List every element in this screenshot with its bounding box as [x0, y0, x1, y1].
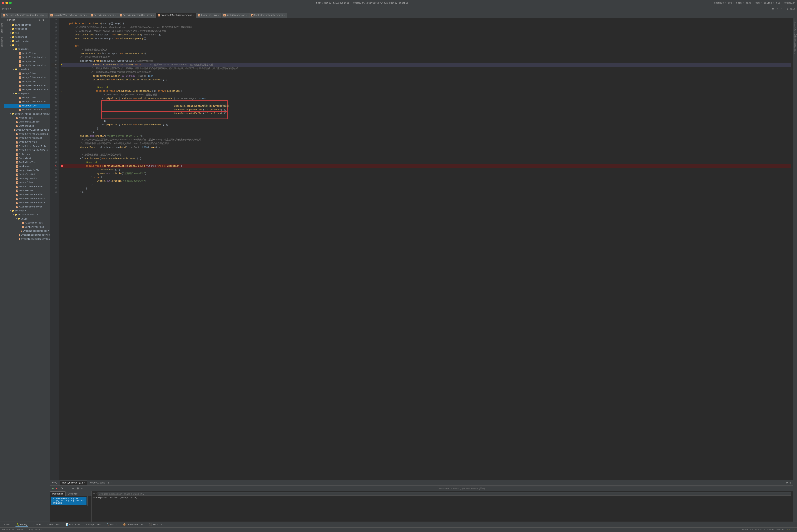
tree-file-nettyclient-1[interactable]: J NettyClient	[4, 52, 50, 55]
tree-file-nettyserverhandler-3[interactable]: J NettyServerHandler	[4, 84, 50, 88]
code-lines[interactable]: public static void main(String[] args) {…	[59, 18, 793, 480]
tree-file-nettyserver-4[interactable]: J NettyServer	[4, 104, 50, 108]
run-to-cursor-btn[interactable]: ⇥	[71, 487, 75, 490]
tab-example7-nettyserver[interactable]: J example7/NettyServer.java ×	[49, 13, 89, 18]
tab-nettyclienthandler[interactable]: J NettyClientHandler.java ×	[118, 13, 155, 18]
nav-todo[interactable]: ☑ TODO	[32, 523, 42, 526]
tab-nettyclient[interactable]: J NettyClient.java ×	[89, 13, 118, 18]
nav-dependencies[interactable]: 📦 Dependencies	[122, 523, 145, 526]
tree-folder-utils[interactable]: ▼ 📁 utils	[4, 217, 50, 221]
tree-folder-example1[interactable]: ▼ 📁 example1	[4, 47, 50, 51]
sidebar-collapse-btn[interactable]: ⇅	[42, 19, 44, 21]
debug-tab-nettyserver[interactable]: NettyServer (1) ×	[60, 480, 87, 485]
tab-close-icon[interactable]: ×	[86, 14, 87, 17]
nav-terminal[interactable]: ⬛ Terminal	[148, 523, 165, 526]
debug-tab-close2[interactable]: ×	[111, 482, 112, 484]
tree-file-nettyclienthandler-1[interactable]: J NettyClientHandler	[4, 55, 50, 59]
database-icon-btn[interactable]: Database	[794, 19, 797, 22]
tree-file-nettyserverhandler3-lf[interactable]: J NettyServerHandler3	[4, 201, 50, 205]
tree-file-nettyclienthandler-4[interactable]: J NettyClientHandler	[4, 100, 50, 104]
debug-tab-nettyclient[interactable]: NettyClient (1) ×	[88, 480, 115, 485]
more-debug-btn[interactable]: ⋯	[80, 487, 85, 490]
tree-file-bytebufferchannelread[interactable]: J ByteBufferChannelRead	[4, 132, 50, 136]
debug-tab-close[interactable]: ×	[84, 482, 85, 484]
step-out-btn[interactable]: ↑	[68, 487, 71, 490]
tree-file-byte2integerdecoder[interactable]: J Byte2IntegerDecoder	[4, 229, 50, 233]
sidebar-more-btn[interactable]: ⋯	[45, 19, 48, 21]
debug-thread-item[interactable]: ▶ nioEventLoopGroup-3-1"@1,748 in group …	[51, 497, 87, 505]
nav-endpoints[interactable]: ⊕ Endpoints	[85, 523, 102, 526]
resume-btn[interactable]: ▶	[51, 487, 55, 490]
watch-expression-input[interactable]	[437, 487, 791, 490]
tab-console[interactable]: Console	[66, 491, 80, 496]
tree-folder-reconnect[interactable]: ▶ 📁 reconnect	[4, 35, 50, 39]
tree-file-bytebuffercompact[interactable]: J ByteBufferCompact	[4, 136, 50, 140]
tab-close-icon[interactable]: ×	[45, 14, 47, 17]
tree-file-nettyclienthandler-3[interactable]: J NettyClientHandler	[4, 76, 50, 80]
tree-file-accepttest[interactable]: J AcceptTest	[4, 116, 50, 120]
tree-file-bytebufferreaderfile[interactable]: J ByteBufferReaderFile	[4, 144, 50, 148]
tree-folder-example3[interactable]: ▼ 📁 example3	[4, 68, 50, 72]
tree-file-nettyserverhandler-lf[interactable]: J NettyServerHandler	[4, 193, 50, 197]
tree-folder-actualcombat[interactable]: ▼ 📁 actual.combat.e1	[4, 213, 50, 217]
minimize-button[interactable]	[5, 2, 8, 4]
maven-icon-btn[interactable]: Maven	[794, 30, 797, 33]
toolbar-more[interactable]: ⋯	[780, 7, 784, 11]
tree-folder-splitpacket[interactable]: ▶ 📁 splitpacket	[4, 39, 50, 43]
tree-file-nettybytebuf2[interactable]: J NettyByteBuf2	[4, 177, 50, 180]
sidebar-settings-btn[interactable]: ⚙	[38, 19, 41, 21]
tree-file-bytebufferwritetofile[interactable]: J ByteBufferWriteToFile	[4, 148, 50, 152]
debug-settings-btn[interactable]: ⚙	[785, 481, 789, 484]
tree-folder-nio2[interactable]: ▼ 📁 nio	[4, 43, 50, 47]
tree-file-byte2integerreplaydecoder[interactable]: J Byte2IntegerReplayDecoder	[4, 237, 50, 241]
toolbar-sort[interactable]: ⇅	[776, 7, 779, 11]
tree-folder-directbuffer[interactable]: ▶ 📁 directbuffer	[4, 23, 50, 27]
tab-chatclient[interactable]: J ChatClient.java ×	[222, 13, 249, 18]
tree-file-nettyclient-3[interactable]: J NettyClient	[4, 72, 50, 76]
tree-file-bytebufferallocatedirect[interactable]: J ByteBufferAllocateDirect	[4, 128, 50, 132]
nav-git[interactable]: ⎇ Git	[2, 523, 12, 526]
tree-folder-nio[interactable]: ▼ 📁 nio	[4, 31, 50, 35]
debug-layout-btn[interactable]: ⊞	[789, 481, 792, 484]
tab-close-icon[interactable]: ×	[152, 14, 154, 17]
tree-file-filelock[interactable]: J FileLock	[4, 152, 50, 156]
step-into-btn[interactable]: ↓	[64, 487, 68, 490]
tab-close-icon[interactable]: ×	[218, 14, 219, 17]
code-content[interactable]: 13 14 15 16 17 18 19 20 21 22 23 24 25 2…	[50, 18, 793, 480]
stop-btn[interactable]: ■	[55, 487, 58, 490]
structure-icon[interactable]: Structure	[1, 22, 3, 34]
tree-folder-lengthfield[interactable]: ▼ 📁 length.field.based.frame.decoder	[4, 112, 50, 116]
tree-folder-example4[interactable]: ▼ 📁 example4	[4, 92, 50, 96]
evaluate-btn[interactable]: ⊞	[76, 487, 80, 490]
tab-debugger[interactable]: Debugger	[50, 491, 66, 496]
nav-build[interactable]: 🔨 Build	[105, 523, 118, 526]
close-button[interactable]	[2, 2, 4, 4]
tree-file-byte2integerdecodertester[interactable]: J Byte2IntegerDecoderTester	[4, 233, 50, 237]
tab-example4-nettyserver[interactable]: J example4/NettyServer.java ×	[156, 13, 196, 18]
tree-file-nioselectorserver[interactable]: J NioSelectorServer	[4, 205, 50, 209]
notifications-icon-btn[interactable]: Notifications	[794, 46, 797, 49]
tree-file-nettybytebuf[interactable]: J NettyByteBuf	[4, 172, 50, 176]
tree-file-nettyserver-3[interactable]: J NettyServer	[4, 80, 50, 83]
window-controls[interactable]	[2, 2, 12, 4]
tree-file-leakdemo[interactable]: J LeakDemo	[4, 165, 50, 169]
tree-file-bytebufferput[interactable]: J ByteBufferPut	[4, 140, 50, 144]
tab-unpooled[interactable]: J Unpooled.java ×	[196, 13, 221, 18]
tree-file-nettyclient-4[interactable]: J NettyClient	[4, 96, 50, 100]
tree-file-nettyserver-1[interactable]: J NettyServer	[4, 60, 50, 63]
tree-file-nettyserver-lf[interactable]: J NettyServer	[4, 189, 50, 193]
tree-file-mappedbytebuffer[interactable]: J MappedByteBuffer	[4, 169, 50, 172]
tree-file-intbuffertest[interactable]: J IntBufferTest	[4, 160, 50, 164]
bookmarks-icon[interactable]: Bookmarks	[1, 36, 3, 48]
tab-close-icon[interactable]: ×	[193, 14, 194, 17]
expression-input[interactable]	[97, 492, 791, 496]
tree-file-bufferduplicate[interactable]: J BufferDuplicate	[4, 120, 50, 124]
tree-folder-heartbeat[interactable]: ▶ 📁 heartbeat	[4, 27, 50, 31]
tree-folder-ionetty[interactable]: ▼ 📁 io.netty	[4, 209, 50, 213]
maximize-button[interactable]	[9, 2, 12, 4]
project-dropdown[interactable]: Project ▾	[1, 7, 12, 11]
toolbar-settings[interactable]: ⚙	[771, 7, 775, 11]
nav-profiler[interactable]: 📊 Profiler	[64, 523, 81, 526]
nav-problems[interactable]: ⚠ Problems	[45, 523, 61, 526]
tab-close-icon[interactable]: ×	[115, 14, 116, 17]
